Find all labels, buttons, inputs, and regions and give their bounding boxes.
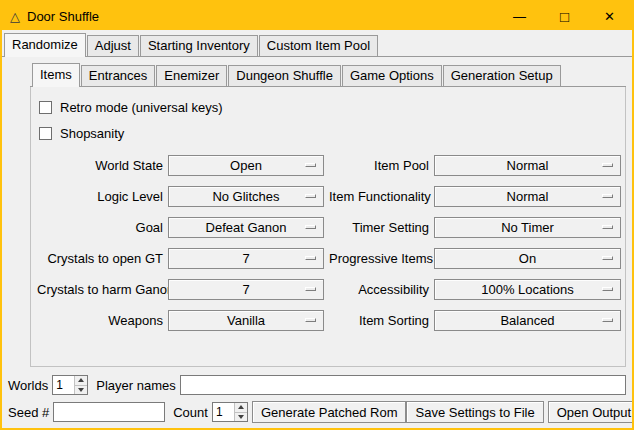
tab-custom-item-pool[interactable]: Custom Item Pool xyxy=(259,35,378,56)
minimize-button[interactable]: — xyxy=(497,2,542,30)
tab-items[interactable]: Items xyxy=(32,63,80,87)
item-pool-value: Normal xyxy=(507,158,549,173)
item-functionality-dropdown[interactable]: Normal xyxy=(434,186,621,207)
timer-setting-value: No Timer xyxy=(501,220,554,235)
titlebar[interactable]: △ Door Shuffle — □ ✕ xyxy=(2,2,632,30)
timer-setting-dropdown[interactable]: No Timer xyxy=(434,217,621,238)
weapons-value: Vanilla xyxy=(227,313,265,328)
crystals-harm-ganon-dropdown[interactable]: 7 xyxy=(168,279,324,300)
close-button[interactable]: ✕ xyxy=(587,2,632,30)
progressive-items-value: On xyxy=(519,251,536,266)
footer-row-1: Worlds Player names xyxy=(8,374,626,396)
maximize-button[interactable]: □ xyxy=(542,2,587,30)
player-names-input[interactable] xyxy=(180,375,626,395)
items-pane: Retro mode (universal keys) Shopsanity W… xyxy=(30,87,626,367)
count-spinbox xyxy=(212,402,248,422)
footer-row-2: Seed # Count Generate Patched Rom Save S… xyxy=(8,400,626,424)
dropdown-indicator-icon xyxy=(305,318,316,322)
worlds-spin-up-button[interactable] xyxy=(75,376,87,385)
generate-patched-rom-button[interactable]: Generate Patched Rom xyxy=(252,401,407,423)
logic-level-value: No Glitches xyxy=(212,189,279,204)
dropdown-indicator-icon xyxy=(602,225,613,229)
settings-grid: World State Open Item Pool Normal Logic … xyxy=(37,155,623,331)
crystals-harm-ganon-label: Crystals to harm Ganon xyxy=(37,282,163,297)
save-settings-button[interactable]: Save Settings to File xyxy=(406,401,543,423)
accessibility-value: 100% Locations xyxy=(481,282,574,297)
window-controls: — □ ✕ xyxy=(497,2,632,30)
item-functionality-label: Item Functionality xyxy=(329,189,429,204)
open-output-directory-button[interactable]: Open Output Directory xyxy=(548,401,634,423)
count-spin-buttons xyxy=(234,403,247,421)
dropdown-indicator-icon xyxy=(602,163,613,167)
tab-generation-setup[interactable]: Generation Setup xyxy=(443,65,561,86)
count-spin-down-button[interactable] xyxy=(235,412,247,422)
checkbox-retro-mode[interactable]: Retro mode (universal keys) xyxy=(39,97,623,117)
outer-tab-bar: Randomize Adjust Starting Inventory Cust… xyxy=(2,33,632,57)
crystals-harm-ganon-value: 7 xyxy=(242,282,249,297)
item-sorting-dropdown[interactable]: Balanced xyxy=(434,310,621,331)
tab-adjust[interactable]: Adjust xyxy=(87,35,139,56)
tab-starting-inventory[interactable]: Starting Inventory xyxy=(140,35,258,56)
world-state-dropdown[interactable]: Open xyxy=(168,155,324,176)
arrow-up-icon xyxy=(238,405,244,409)
logic-level-label: Logic Level xyxy=(37,189,163,204)
window-title: Door Shuffle xyxy=(27,9,99,24)
randomize-pane: Items Entrances Enemizer Dungeon Shuffle… xyxy=(30,63,626,367)
goal-value: Defeat Ganon xyxy=(206,220,287,235)
seed-input[interactable] xyxy=(53,402,165,422)
item-sorting-value: Balanced xyxy=(500,313,554,328)
count-label: Count xyxy=(173,405,208,420)
worlds-spin-input[interactable] xyxy=(53,376,74,394)
logic-level-dropdown[interactable]: No Glitches xyxy=(168,186,324,207)
close-icon: ✕ xyxy=(604,10,615,23)
minimize-icon: — xyxy=(513,10,526,23)
count-spin-up-button[interactable] xyxy=(235,403,247,412)
checkbox-shopsanity[interactable]: Shopsanity xyxy=(39,123,623,143)
world-state-label: World State xyxy=(37,158,163,173)
crystals-open-gt-value: 7 xyxy=(242,251,249,266)
checkbox-unchecked-icon xyxy=(39,101,52,114)
maximize-icon: □ xyxy=(560,9,569,24)
dropdown-indicator-icon xyxy=(602,194,613,198)
goal-dropdown[interactable]: Defeat Ganon xyxy=(168,217,324,238)
arrow-down-icon xyxy=(78,388,84,392)
dropdown-indicator-icon xyxy=(305,256,316,260)
world-state-value: Open xyxy=(230,158,262,173)
dropdown-indicator-icon xyxy=(305,194,316,198)
dropdown-indicator-icon xyxy=(602,318,613,322)
dropdown-indicator-icon xyxy=(602,256,613,260)
tab-entrances[interactable]: Entrances xyxy=(81,65,156,86)
arrow-down-icon xyxy=(238,415,244,419)
crystals-open-gt-label: Crystals to open GT xyxy=(37,251,163,266)
tab-dungeon-shuffle[interactable]: Dungeon Shuffle xyxy=(228,65,341,86)
tab-randomize[interactable]: Randomize xyxy=(4,33,86,57)
checkbox-unchecked-icon xyxy=(39,127,52,140)
worlds-spin-down-button[interactable] xyxy=(75,385,87,395)
checkbox-retro-mode-label: Retro mode (universal keys) xyxy=(60,100,223,115)
checkbox-shopsanity-label: Shopsanity xyxy=(60,126,124,141)
dropdown-indicator-icon xyxy=(305,163,316,167)
item-pool-dropdown[interactable]: Normal xyxy=(434,155,621,176)
item-pool-label: Item Pool xyxy=(329,158,429,173)
crystals-open-gt-dropdown[interactable]: 7 xyxy=(168,248,324,269)
arrow-up-icon xyxy=(78,378,84,382)
progressive-items-dropdown[interactable]: On xyxy=(434,248,621,269)
dropdown-indicator-icon xyxy=(602,287,613,291)
dropdown-indicator-icon xyxy=(305,225,316,229)
count-spin-input[interactable] xyxy=(213,403,234,421)
item-functionality-value: Normal xyxy=(507,189,549,204)
tab-game-options[interactable]: Game Options xyxy=(342,65,442,86)
worlds-label: Worlds xyxy=(8,378,48,393)
inner-tab-bar: Items Entrances Enemizer Dungeon Shuffle… xyxy=(30,63,626,87)
weapons-dropdown[interactable]: Vanilla xyxy=(168,310,324,331)
accessibility-label: Accessibility xyxy=(329,282,429,297)
progressive-items-label: Progressive Items xyxy=(329,251,429,266)
weapons-label: Weapons xyxy=(37,313,163,328)
item-sorting-label: Item Sorting xyxy=(329,313,429,328)
door-shuffle-window: △ Door Shuffle — □ ✕ Randomize Adjust St… xyxy=(0,0,634,430)
tab-enemizer[interactable]: Enemizer xyxy=(156,65,227,86)
worlds-spinbox xyxy=(52,375,88,395)
worlds-spin-buttons xyxy=(74,376,87,394)
accessibility-dropdown[interactable]: 100% Locations xyxy=(434,279,621,300)
seed-label: Seed # xyxy=(8,405,49,420)
